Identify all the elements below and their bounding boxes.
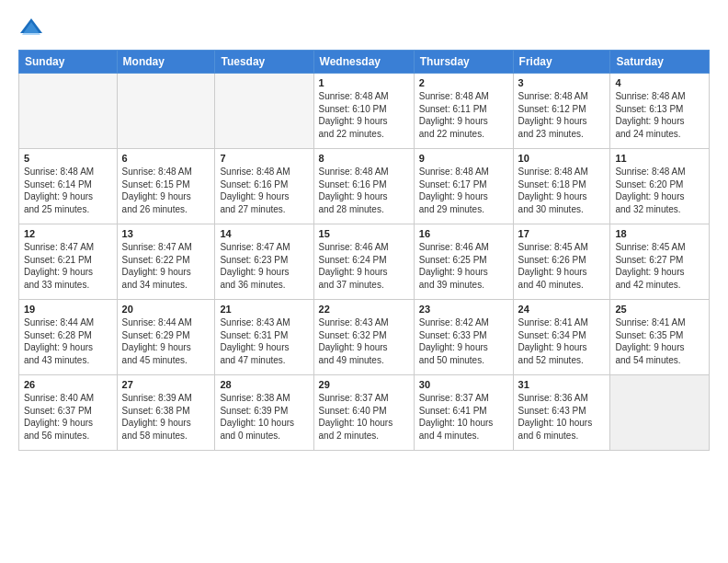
day-info: Sunrise: 8:46 AM Sunset: 6:25 PM Dayligh… <box>419 241 508 291</box>
day-number: 7 <box>220 153 308 164</box>
day-number: 15 <box>319 228 409 239</box>
day-number: 4 <box>615 77 704 88</box>
calendar-day-cell: 4Sunrise: 8:48 AM Sunset: 6:13 PM Daylig… <box>610 74 710 149</box>
calendar-day-cell: 21Sunrise: 8:43 AM Sunset: 6:31 PM Dayli… <box>215 300 313 375</box>
day-number: 14 <box>220 228 308 239</box>
day-number: 25 <box>615 304 704 315</box>
day-info: Sunrise: 8:48 AM Sunset: 6:13 PM Dayligh… <box>615 90 704 140</box>
day-number: 18 <box>615 228 704 239</box>
day-number: 16 <box>419 228 508 239</box>
calendar: SundayMondayTuesdayWednesdayThursdayFrid… <box>18 50 710 451</box>
day-info: Sunrise: 8:48 AM Sunset: 6:16 PM Dayligh… <box>220 166 308 215</box>
day-info: Sunrise: 8:48 AM Sunset: 6:17 PM Dayligh… <box>419 166 508 215</box>
day-number: 10 <box>518 153 606 164</box>
calendar-day-cell: 20Sunrise: 8:44 AM Sunset: 6:29 PM Dayli… <box>117 300 215 375</box>
calendar-day-cell: 12Sunrise: 8:47 AM Sunset: 6:21 PM Dayli… <box>19 224 118 300</box>
day-number: 23 <box>419 304 508 315</box>
calendar-day-cell: 17Sunrise: 8:45 AM Sunset: 6:26 PM Dayli… <box>513 224 610 300</box>
day-info: Sunrise: 8:38 AM Sunset: 6:39 PM Dayligh… <box>220 392 308 442</box>
calendar-day-cell: 7Sunrise: 8:48 AM Sunset: 6:16 PM Daylig… <box>215 149 313 224</box>
calendar-week-row: 1Sunrise: 8:48 AM Sunset: 6:10 PM Daylig… <box>19 74 710 149</box>
calendar-day-cell: 6Sunrise: 8:48 AM Sunset: 6:15 PM Daylig… <box>117 149 215 224</box>
calendar-day-cell: 30Sunrise: 8:37 AM Sunset: 6:41 PM Dayli… <box>414 375 513 451</box>
day-number: 3 <box>518 77 606 88</box>
day-number: 20 <box>122 304 210 315</box>
calendar-day-cell: 19Sunrise: 8:44 AM Sunset: 6:28 PM Dayli… <box>19 300 118 375</box>
calendar-day-cell: 31Sunrise: 8:36 AM Sunset: 6:43 PM Dayli… <box>513 375 610 451</box>
day-info: Sunrise: 8:48 AM Sunset: 6:15 PM Dayligh… <box>122 166 210 215</box>
calendar-day-cell: 5Sunrise: 8:48 AM Sunset: 6:14 PM Daylig… <box>19 149 118 224</box>
day-info: Sunrise: 8:41 AM Sunset: 6:35 PM Dayligh… <box>615 316 704 366</box>
weekday-header: Friday <box>513 51 610 74</box>
day-info: Sunrise: 8:48 AM Sunset: 6:18 PM Dayligh… <box>518 166 606 215</box>
page: SundayMondayTuesdayWednesdayThursdayFrid… <box>0 0 728 465</box>
calendar-day-cell: 24Sunrise: 8:41 AM Sunset: 6:34 PM Dayli… <box>513 300 610 375</box>
day-info: Sunrise: 8:45 AM Sunset: 6:26 PM Dayligh… <box>518 241 606 291</box>
day-info: Sunrise: 8:43 AM Sunset: 6:31 PM Dayligh… <box>220 316 308 366</box>
day-number: 17 <box>518 228 606 239</box>
weekday-header: Sunday <box>19 51 118 74</box>
day-number: 5 <box>24 153 112 164</box>
calendar-day-cell <box>19 74 118 149</box>
calendar-week-row: 19Sunrise: 8:44 AM Sunset: 6:28 PM Dayli… <box>19 300 710 375</box>
calendar-day-cell: 25Sunrise: 8:41 AM Sunset: 6:35 PM Dayli… <box>610 300 710 375</box>
day-info: Sunrise: 8:42 AM Sunset: 6:33 PM Dayligh… <box>419 316 508 366</box>
day-number: 22 <box>319 304 409 315</box>
weekday-header: Saturday <box>610 51 710 74</box>
day-info: Sunrise: 8:37 AM Sunset: 6:41 PM Dayligh… <box>419 392 508 442</box>
day-info: Sunrise: 8:40 AM Sunset: 6:37 PM Dayligh… <box>24 392 112 442</box>
day-info: Sunrise: 8:48 AM Sunset: 6:16 PM Dayligh… <box>319 166 409 215</box>
day-number: 21 <box>220 304 308 315</box>
calendar-day-cell: 8Sunrise: 8:48 AM Sunset: 6:16 PM Daylig… <box>313 149 414 224</box>
day-number: 19 <box>24 304 112 315</box>
calendar-day-cell: 15Sunrise: 8:46 AM Sunset: 6:24 PM Dayli… <box>313 224 414 300</box>
calendar-day-cell: 13Sunrise: 8:47 AM Sunset: 6:22 PM Dayli… <box>117 224 215 300</box>
day-info: Sunrise: 8:48 AM Sunset: 6:20 PM Dayligh… <box>615 166 704 215</box>
day-number: 11 <box>615 153 704 164</box>
day-number: 24 <box>518 304 606 315</box>
day-number: 9 <box>419 153 508 164</box>
day-number: 6 <box>122 153 210 164</box>
day-number: 31 <box>518 379 606 390</box>
day-number: 8 <box>319 153 409 164</box>
day-info: Sunrise: 8:48 AM Sunset: 6:12 PM Dayligh… <box>518 90 606 140</box>
day-info: Sunrise: 8:48 AM Sunset: 6:14 PM Dayligh… <box>24 166 112 215</box>
day-info: Sunrise: 8:39 AM Sunset: 6:38 PM Dayligh… <box>122 392 210 442</box>
calendar-header-row: SundayMondayTuesdayWednesdayThursdayFrid… <box>19 51 710 74</box>
calendar-day-cell: 2Sunrise: 8:48 AM Sunset: 6:11 PM Daylig… <box>414 74 513 149</box>
calendar-day-cell <box>215 74 313 149</box>
calendar-day-cell: 22Sunrise: 8:43 AM Sunset: 6:32 PM Dayli… <box>313 300 414 375</box>
day-info: Sunrise: 8:44 AM Sunset: 6:29 PM Dayligh… <box>122 316 210 366</box>
day-number: 28 <box>220 379 308 390</box>
day-info: Sunrise: 8:43 AM Sunset: 6:32 PM Dayligh… <box>319 316 409 366</box>
day-info: Sunrise: 8:41 AM Sunset: 6:34 PM Dayligh… <box>518 316 606 366</box>
logo <box>18 15 48 40</box>
calendar-day-cell: 9Sunrise: 8:48 AM Sunset: 6:17 PM Daylig… <box>414 149 513 224</box>
calendar-day-cell: 11Sunrise: 8:48 AM Sunset: 6:20 PM Dayli… <box>610 149 710 224</box>
day-info: Sunrise: 8:36 AM Sunset: 6:43 PM Dayligh… <box>518 392 606 442</box>
day-number: 12 <box>24 228 112 239</box>
calendar-day-cell: 18Sunrise: 8:45 AM Sunset: 6:27 PM Dayli… <box>610 224 710 300</box>
calendar-day-cell: 26Sunrise: 8:40 AM Sunset: 6:37 PM Dayli… <box>19 375 118 451</box>
weekday-header: Wednesday <box>313 51 414 74</box>
day-number: 13 <box>122 228 210 239</box>
day-info: Sunrise: 8:47 AM Sunset: 6:23 PM Dayligh… <box>220 241 308 291</box>
day-number: 26 <box>24 379 112 390</box>
header <box>18 15 710 40</box>
calendar-day-cell <box>117 74 215 149</box>
day-info: Sunrise: 8:48 AM Sunset: 6:11 PM Dayligh… <box>419 90 508 140</box>
calendar-day-cell: 27Sunrise: 8:39 AM Sunset: 6:38 PM Dayli… <box>117 375 215 451</box>
calendar-day-cell: 23Sunrise: 8:42 AM Sunset: 6:33 PM Dayli… <box>414 300 513 375</box>
calendar-week-row: 12Sunrise: 8:47 AM Sunset: 6:21 PM Dayli… <box>19 224 710 300</box>
logo-icon <box>18 15 44 40</box>
calendar-day-cell: 10Sunrise: 8:48 AM Sunset: 6:18 PM Dayli… <box>513 149 610 224</box>
weekday-header: Monday <box>117 51 215 74</box>
weekday-header: Thursday <box>414 51 513 74</box>
calendar-week-row: 26Sunrise: 8:40 AM Sunset: 6:37 PM Dayli… <box>19 375 710 451</box>
weekday-header: Tuesday <box>215 51 313 74</box>
day-info: Sunrise: 8:46 AM Sunset: 6:24 PM Dayligh… <box>319 241 409 291</box>
day-number: 30 <box>419 379 508 390</box>
calendar-day-cell: 3Sunrise: 8:48 AM Sunset: 6:12 PM Daylig… <box>513 74 610 149</box>
day-info: Sunrise: 8:44 AM Sunset: 6:28 PM Dayligh… <box>24 316 112 366</box>
calendar-day-cell <box>610 375 710 451</box>
